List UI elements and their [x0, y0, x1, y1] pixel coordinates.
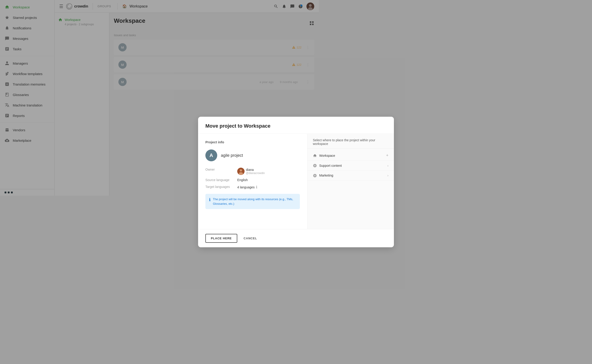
owner-handle: @dianacrowdin — [246, 172, 265, 175]
svg-point-5 — [240, 169, 242, 172]
project-info-label: Project info — [205, 140, 300, 144]
modal-header: Move project to Workspace — [198, 117, 319, 134]
workspace-tree: Workspace + Support content › — [307, 149, 319, 196]
tree-item-marketing[interactable]: Marketing › — [307, 171, 319, 180]
owner-name: diana — [246, 168, 265, 172]
svg-point-6 — [239, 172, 243, 175]
tree-workspace-icon — [313, 153, 317, 157]
modal-left-panel: Project info A agile project Owner diana — [198, 134, 307, 196]
source-lang-label: Source language — [205, 178, 237, 182]
project-info-grid: Owner diana @dianacrowdin Source languag… — [205, 168, 300, 189]
project-info-row: A agile project — [205, 150, 300, 161]
source-lang-value: English — [237, 178, 300, 182]
project-info-avatar: A — [205, 150, 217, 161]
info-note: ℹ The project will be moved along with i… — [205, 194, 300, 196]
owner-info: diana @dianacrowdin — [246, 168, 265, 175]
owner-label: Owner — [205, 168, 237, 175]
modal-title: Move project to Workspace — [205, 123, 319, 129]
tree-marketing-icon — [313, 173, 317, 177]
tree-item-workspace[interactable]: Workspace + — [307, 150, 319, 161]
modal-body: Project info A agile project Owner diana — [198, 134, 319, 196]
owner-value: diana @dianacrowdin — [237, 168, 300, 175]
tree-item-support[interactable]: Support content › — [307, 161, 319, 171]
tree-support-icon — [313, 163, 317, 168]
modal-right-header: Select where to place the project within… — [307, 134, 319, 149]
target-lang-label: Target languages — [205, 185, 237, 189]
project-info-name: agile project — [221, 153, 243, 158]
move-project-modal: Move project to Workspace Project info A… — [198, 117, 319, 196]
modal-overlay[interactable]: Move project to Workspace Project info A… — [0, 0, 319, 196]
owner-avatar — [237, 168, 245, 175]
target-lang-value: 4 languages ℹ — [237, 185, 300, 189]
modal-right-panel: Select where to place the project within… — [307, 134, 319, 196]
info-icon: ℹ — [256, 185, 257, 189]
